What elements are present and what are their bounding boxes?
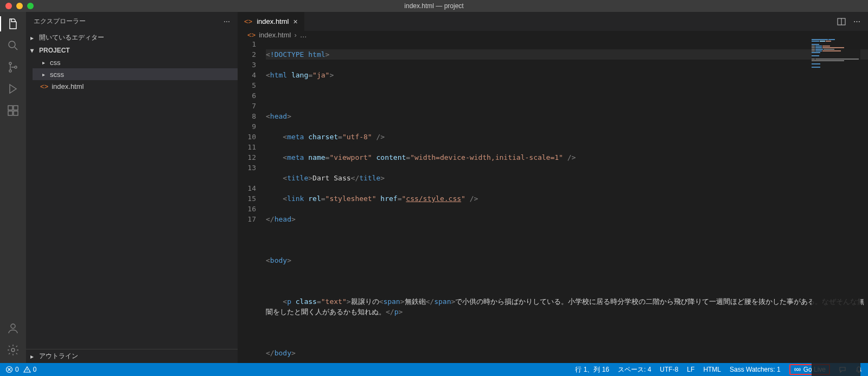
close-window-button[interactable]: [5, 3, 12, 9]
breadcrumb-more: …: [300, 31, 307, 39]
chevron-right-icon: ›: [294, 31, 296, 39]
status-errors[interactable]: 0: [5, 366, 19, 373]
maximize-window-button[interactable]: [27, 3, 34, 9]
outline-label: アウトライン: [39, 352, 78, 361]
editor-more-icon[interactable]: ⋯: [853, 17, 860, 26]
folder-scss[interactable]: ▸ scss: [33, 68, 238, 80]
folder-css[interactable]: ▸ css: [33, 56, 238, 68]
svg-point-8: [11, 324, 15, 328]
svg-point-1: [9, 62, 11, 64]
svg-rect-4: [8, 106, 12, 110]
window-title: index.html — project: [404, 2, 463, 10]
outline-section[interactable]: アウトライン: [26, 349, 238, 363]
html-file-icon: <>: [244, 17, 252, 25]
project-label: PROJECT: [39, 47, 70, 54]
source-control-icon[interactable]: [5, 60, 21, 75]
tab-index-html[interactable]: <> index.html ×: [238, 12, 304, 31]
svg-point-9: [11, 348, 15, 352]
svg-rect-6: [8, 111, 12, 115]
error-count: 0: [15, 366, 19, 373]
editor-area: <> index.html × ⋯ <> index.html › … 1234…: [238, 12, 868, 363]
svg-rect-7: [14, 111, 18, 115]
project-section[interactable]: PROJECT: [26, 44, 238, 56]
line-gutter: 12345678910111213 14151617: [238, 39, 266, 376]
chevron-right-icon: ▸: [40, 60, 47, 66]
tab-label: index.html: [257, 17, 289, 25]
open-editors-label: 開いているエディター: [39, 33, 104, 42]
window-controls: [0, 3, 34, 9]
html-file-icon: <>: [40, 82, 48, 90]
svg-point-0: [9, 41, 15, 48]
breadcrumb-file: index.html: [259, 31, 291, 39]
file-index-html[interactable]: <> index.html: [33, 80, 238, 92]
account-icon[interactable]: [5, 321, 21, 336]
chevron-right-icon: [30, 353, 37, 360]
run-debug-icon[interactable]: [5, 81, 21, 96]
tab-bar: <> index.html × ⋯: [238, 12, 868, 31]
sidebar: エクスプローラー ⋯ 開いているエディター PROJECT ▸ css ▸ sc…: [26, 12, 238, 363]
open-editors-section[interactable]: 開いているエディター: [26, 31, 238, 44]
sidebar-header: エクスプローラー ⋯: [26, 12, 238, 31]
sidebar-title: エクスプローラー: [34, 17, 86, 26]
explorer-icon[interactable]: [0, 16, 26, 31]
chevron-right-icon: ▸: [40, 72, 47, 77]
folder-label: css: [50, 59, 61, 67]
minimize-window-button[interactable]: [16, 3, 23, 9]
extensions-icon[interactable]: [5, 103, 21, 118]
code-content[interactable]: <!DOCTYPE html> <html lang="ja"> <head> …: [266, 39, 868, 376]
html-file-icon: <>: [247, 31, 256, 39]
activity-bar: [0, 12, 26, 363]
svg-point-3: [15, 66, 17, 68]
breadcrumb[interactable]: <> index.html › …: [238, 31, 868, 39]
minimap[interactable]: [812, 39, 860, 376]
file-tree: ▸ css ▸ scss <> index.html: [26, 56, 238, 92]
split-editor-icon[interactable]: [837, 17, 846, 26]
close-tab-icon[interactable]: ×: [293, 17, 297, 26]
code-editor[interactable]: 12345678910111213 14151617 <!DOCTYPE htm…: [238, 39, 868, 376]
search-icon[interactable]: [5, 38, 21, 53]
folder-label: scss: [50, 70, 64, 79]
titlebar: index.html — project: [0, 0, 868, 12]
svg-point-2: [9, 70, 11, 72]
sidebar-more-icon[interactable]: ⋯: [224, 18, 230, 25]
chevron-right-icon: [30, 34, 37, 42]
status-warnings[interactable]: 0: [23, 366, 37, 373]
file-label: index.html: [52, 82, 84, 90]
settings-gear-icon[interactable]: [5, 342, 21, 358]
svg-rect-5: [14, 106, 18, 110]
chevron-down-icon: [30, 47, 37, 54]
warning-count: 0: [33, 366, 37, 373]
